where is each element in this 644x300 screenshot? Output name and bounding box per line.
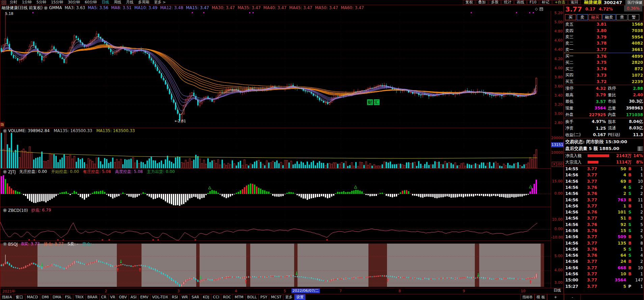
toolbar-right-指标B[interactable]: 指标B xyxy=(520,294,535,300)
indicator-tab-EMV[interactable]: EMV xyxy=(138,294,150,300)
indicator-tab-RSI[interactable]: RSI xyxy=(170,294,180,300)
book-volume: 2239 xyxy=(607,79,643,84)
tool-叠加[interactable]: 叠加 xyxy=(476,0,488,5)
indicator-tab-更多[interactable]: 更多 xyxy=(283,294,294,300)
settings-button[interactable]: 设置 xyxy=(294,294,306,300)
period-tab-15分钟[interactable]: 15分钟 xyxy=(49,0,66,5)
period-tab-1分钟[interactable]: 1分钟 xyxy=(20,0,34,5)
period-tab-分时[interactable]: 分时 xyxy=(7,0,20,5)
period-tab-周线[interactable]: 周线 xyxy=(111,0,124,5)
collapse-chevron-icon[interactable]: ∨ xyxy=(3,208,7,212)
toolbar-指标A[interactable]: 指标A xyxy=(0,294,14,300)
tool-F10[interactable]: F10 xyxy=(527,0,539,5)
panel-field-0: 抄底: 6.79 xyxy=(31,207,51,213)
indicator-tab-DMI[interactable]: DMI xyxy=(40,294,51,300)
zjtj-axis-0: 0.00 xyxy=(551,191,563,196)
indicator-tab-BRAR[interactable]: BRAR xyxy=(86,294,100,300)
period-tab-月线[interactable]: 月线 xyxy=(124,0,136,5)
tool-返回[interactable]: 返回 xyxy=(568,0,581,5)
trade-button-警[interactable]: 警 xyxy=(628,14,639,20)
book-volume: 7038 xyxy=(607,28,643,33)
indicator-tab-VOL-TDX[interactable]: VOL-TDX xyxy=(150,294,170,300)
price-change-pct: 4.72% xyxy=(599,7,613,11)
indicator-tab-PSY[interactable]: PSY xyxy=(259,294,269,300)
tool-复权[interactable]: 复权 xyxy=(463,0,475,5)
period-tab-日线[interactable]: 日线 xyxy=(99,0,111,5)
tx-count: 8 xyxy=(634,241,643,246)
trade-button-卖[interactable]: 卖 xyxy=(577,14,588,20)
svg-text:↓: ↓ xyxy=(40,262,44,268)
ma-value-11: MA60: 3.47 xyxy=(341,5,364,10)
main-candle-chart[interactable] xyxy=(0,11,551,128)
ask-row-卖四[interactable]: 卖四3.807038 xyxy=(564,28,644,34)
tx-time: 14:56 xyxy=(565,228,579,233)
indicator-tab-KDJ[interactable]: KDJ xyxy=(201,294,211,300)
tool-画线[interactable]: 画线 xyxy=(514,0,526,5)
collapse-chevron-icon[interactable]: ∨ xyxy=(3,170,7,174)
trade-button-融买[interactable]: 融买 xyxy=(589,14,602,20)
main-axis-2.80: 2.80 xyxy=(551,121,563,125)
bsqj-chart[interactable]: ↑↑↑↑↑↓↓↓↓↓ xyxy=(0,241,551,288)
tx-count: 11 xyxy=(634,198,643,202)
period-tab-60分钟[interactable]: 60分钟 xyxy=(82,0,99,5)
indicator-tab-WR[interactable]: WR xyxy=(180,294,190,300)
bid-row-买五[interactable]: 买五3.722239 xyxy=(564,78,644,85)
bid-row-买四[interactable]: 买四3.731072 xyxy=(564,72,644,79)
bid-row-买三[interactable]: 买三3.74872 xyxy=(564,66,644,72)
volume-chart[interactable] xyxy=(0,128,551,169)
period-tab-5分钟[interactable]: 5分钟 xyxy=(34,0,49,5)
bid-row-买二[interactable]: 买二3.752820 xyxy=(564,59,644,66)
indicator-tab-BOLL[interactable]: BOLL xyxy=(246,294,259,300)
toolbar-right-+[interactable]: + xyxy=(547,294,564,300)
trade-button-查[interactable]: 查 xyxy=(616,14,627,20)
trade-button-买[interactable]: 买 xyxy=(565,14,576,20)
ask-row-卖三[interactable]: 卖三3.795954 xyxy=(564,34,644,40)
mini-chart-icon[interactable] xyxy=(638,146,643,151)
toolbar-right-模 板[interactable]: 模 板 xyxy=(535,294,547,300)
toolbar-right--[interactable]: - xyxy=(564,294,581,300)
panel-field-1: 开始控盘: 0.00 xyxy=(51,169,79,175)
volume-unit-box: X100 xyxy=(552,162,564,167)
tx-price: 3.76 xyxy=(579,247,597,252)
bid-row-买一[interactable]: 买一3.764899 xyxy=(564,53,644,59)
diamond-icon[interactable]: ◇ xyxy=(535,7,538,11)
zbcd-panel-header: ∨ZBCD(10)抄底: 6.79 xyxy=(2,207,55,213)
indicator-tab-MCST[interactable]: MCST xyxy=(269,294,283,300)
tx-count: 2 xyxy=(634,210,643,215)
indicator-tab-ASI[interactable]: ASI xyxy=(129,294,138,300)
svg-text:↓: ↓ xyxy=(294,271,299,276)
period-tab-多周期[interactable]: 多周期 xyxy=(136,0,152,5)
indicator-tab-FSL[interactable]: FSL xyxy=(63,294,73,300)
indicator-tab-CR[interactable]: CR xyxy=(100,294,108,300)
indicator-tab-DMA[interactable]: DMA xyxy=(51,294,63,300)
indicator-tab-MACD[interactable]: MACD xyxy=(25,294,40,300)
trade-button-融卖[interactable]: 融卖 xyxy=(602,14,616,20)
ask-row-卖五[interactable]: 卖五3.811568 xyxy=(564,21,644,28)
ask-row-卖一[interactable]: 卖一3.773661 xyxy=(564,47,644,53)
after-hours-pct-badge: 0.36% xyxy=(624,5,642,11)
collapse-chevron-icon[interactable]: ∨ xyxy=(3,129,7,133)
indicator-tab-TRIX[interactable]: TRIX xyxy=(73,294,85,300)
period-tab-30分钟[interactable]: 30分钟 xyxy=(66,0,82,5)
tool-标记[interactable]: 标记 xyxy=(540,0,552,5)
hide-panel-tab[interactable]: 隐 xyxy=(0,122,4,127)
tx-volume: 64 xyxy=(597,253,626,258)
indicator-tab-SAR[interactable]: SAR xyxy=(190,294,201,300)
zbcd-chart[interactable]: ↑↑↑↑↑↑↑↑↑↑ xyxy=(0,207,551,241)
indicator-tab-ROC[interactable]: ROC xyxy=(221,294,233,300)
window-icon[interactable] xyxy=(2,1,6,4)
indicator-tab-CCI[interactable]: CCI xyxy=(211,294,222,300)
tool-+自选[interactable]: +自选 xyxy=(552,0,568,5)
window-restore-icon[interactable] xyxy=(540,7,543,11)
indicator-tab-MTM[interactable]: MTM xyxy=(233,294,246,300)
period-tab-更多 >[interactable]: 更多 > xyxy=(152,0,168,5)
toolbar-窗口[interactable]: 窗口 xyxy=(14,294,25,300)
tool-多股[interactable]: 多股 xyxy=(489,0,501,5)
ask-row-卖二[interactable]: 卖二3.784082 xyxy=(564,40,644,47)
tool-统计[interactable]: 统计 xyxy=(501,0,514,5)
indicator-tab-VR[interactable]: VR xyxy=(108,294,117,300)
indicator-tab-OBV[interactable]: OBV xyxy=(117,294,129,300)
collapse-chevron-icon[interactable]: ∨ xyxy=(44,6,48,10)
stat-value: 171038 xyxy=(625,112,643,117)
collapse-chevron-icon[interactable]: ∨ xyxy=(3,242,7,246)
